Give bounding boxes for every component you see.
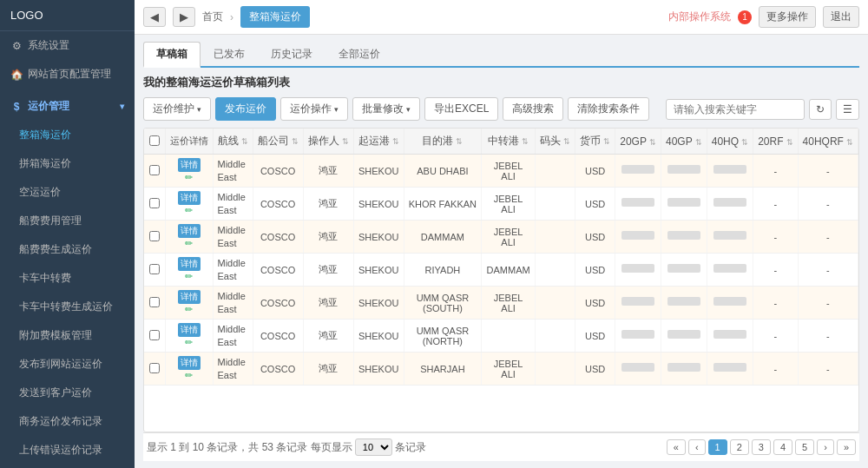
edit-icon[interactable]: ✏	[170, 304, 208, 315]
row-checkbox[interactable]	[144, 353, 165, 386]
sidebar-item-truck-transfer[interactable]: 卡车中转费	[0, 264, 135, 293]
row-select-checkbox[interactable]	[149, 198, 160, 208]
row-destination: UMM QASR (NORTH)	[404, 320, 481, 353]
more-actions-button[interactable]: 更多操作	[759, 6, 816, 28]
detail-tag[interactable]: 详情	[178, 191, 201, 205]
page-3-button[interactable]: 3	[752, 439, 771, 455]
sidebar-item-send-customer[interactable]: 发送到客户运价	[0, 379, 135, 407]
last-page-button[interactable]: »	[837, 439, 856, 455]
page-2-button[interactable]: 2	[730, 439, 749, 455]
row-select-checkbox[interactable]	[149, 363, 160, 373]
sort-icon[interactable]: ⇅	[603, 137, 610, 146]
batch-modify-button[interactable]: 批量修改 ▾	[352, 97, 420, 121]
chevron-down-icon: ▾	[406, 105, 411, 114]
logout-button[interactable]: 退出	[823, 6, 859, 28]
sidebar-item-surcharge-template[interactable]: 附加费模板管理	[0, 321, 135, 350]
edit-icon[interactable]: ✏	[170, 271, 208, 282]
sort-icon[interactable]: ⇅	[292, 137, 299, 146]
freight-maintain-button[interactable]: 运价维护 ▾	[143, 97, 211, 121]
row-checkbox[interactable]	[144, 221, 165, 254]
select-all-checkbox[interactable]	[149, 135, 160, 146]
sidebar-item-truck-transfer-gen[interactable]: 卡车中转费生成运价	[0, 293, 135, 321]
sidebar-item-publish-site[interactable]: 发布到网站运运价	[0, 350, 135, 379]
row-select-checkbox[interactable]	[149, 264, 160, 274]
prev-page-button[interactable]: ‹	[688, 439, 706, 455]
sidebar-item-full-container[interactable]: 整箱海运价	[0, 121, 135, 149]
sidebar-item-freight-mgmt[interactable]: $ 运价管理 ▾	[0, 92, 135, 121]
detail-label[interactable]: 详情	[178, 290, 201, 304]
sidebar-item-lcl[interactable]: 拼箱海运价	[0, 149, 135, 178]
sort-icon[interactable]: ⇅	[786, 138, 793, 147]
edit-icon[interactable]: ✏	[170, 238, 208, 249]
detail-label[interactable]: 详情	[178, 158, 201, 172]
advanced-search-button[interactable]: 高级搜索	[503, 97, 563, 121]
freight-ops-button[interactable]: 运价操作 ▾	[280, 97, 348, 121]
detail-label[interactable]: 详情	[178, 356, 201, 370]
sort-icon[interactable]: ⇅	[522, 137, 529, 146]
sidebar-item-air-freight[interactable]: 空运运价	[0, 178, 135, 207]
tab-draft[interactable]: 草稿箱	[143, 42, 201, 68]
row-checkbox[interactable]	[144, 320, 165, 353]
sidebar-item-upload-error-log[interactable]: 上传错误运价记录	[0, 436, 135, 465]
search-input[interactable]	[666, 99, 805, 120]
clear-filter-button[interactable]: 清除搜索条件	[568, 97, 649, 121]
row-select-checkbox[interactable]	[149, 330, 160, 340]
sidebar-item-biz-publish-log[interactable]: 商务运价发布记录	[0, 407, 135, 436]
edit-icon[interactable]: ✏	[170, 205, 208, 216]
sort-icon[interactable]: ⇅	[741, 138, 748, 147]
sort-icon[interactable]: ⇅	[649, 138, 656, 147]
detail-tag[interactable]: 详情	[178, 224, 201, 238]
tab-all-freight[interactable]: 全部运价	[326, 42, 393, 66]
row-select-checkbox[interactable]	[149, 165, 160, 175]
sort-icon[interactable]: ⇅	[342, 137, 349, 146]
detail-tag[interactable]: 详情	[178, 290, 201, 304]
tab-history[interactable]: 历史记录	[258, 42, 326, 66]
row-checkbox[interactable]	[144, 254, 165, 287]
row-checkbox[interactable]	[144, 188, 165, 221]
sort-icon[interactable]: ⇅	[695, 138, 702, 147]
edit-icon[interactable]: ✏	[170, 172, 208, 183]
sort-icon[interactable]: ⇅	[563, 137, 570, 146]
sidebar-item-system-settings[interactable]: ⚙ 系统设置	[0, 31, 135, 60]
detail-label[interactable]: 详情	[178, 323, 201, 337]
blurred-value	[667, 165, 700, 174]
sidebar-item-ship-fee-gen[interactable]: 船费费生成运价	[0, 235, 135, 264]
sort-icon[interactable]: ⇅	[392, 137, 399, 146]
sort-icon[interactable]: ⇅	[846, 138, 853, 147]
tab-published[interactable]: 已发布	[201, 42, 258, 66]
page-1-button[interactable]: 1	[708, 439, 727, 455]
page-size-select[interactable]: 10 20 50	[355, 438, 392, 456]
breadcrumb-home[interactable]: 首页	[202, 10, 223, 24]
row-checkbox[interactable]	[144, 287, 165, 320]
edit-icon[interactable]: ✏	[170, 337, 208, 348]
sidebar-item-ship-fee-mgmt[interactable]: 船费费用管理	[0, 207, 135, 235]
system-name[interactable]: 内部操作系统	[668, 10, 731, 24]
detail-tag[interactable]: 详情	[178, 323, 201, 337]
detail-label[interactable]: 详情	[178, 257, 201, 271]
detail-label[interactable]: 详情	[178, 191, 201, 205]
export-excel-button[interactable]: 导出EXCEL	[424, 97, 498, 121]
refresh-button[interactable]: ↻	[809, 99, 832, 120]
page-4-button[interactable]: 4	[773, 439, 792, 455]
sort-icon[interactable]: ⇅	[456, 137, 463, 146]
first-page-button[interactable]: «	[667, 439, 686, 455]
notification-badge[interactable]: 1	[738, 10, 752, 24]
page-5-button[interactable]: 5	[795, 439, 814, 455]
sort-icon[interactable]: ⇅	[241, 137, 248, 146]
row-select-checkbox[interactable]	[149, 297, 160, 307]
detail-tag[interactable]: 详情	[178, 356, 201, 370]
nav-forward-button[interactable]: ▶	[173, 7, 195, 27]
detail-tag[interactable]: 详情	[178, 158, 201, 172]
next-page-button[interactable]: ›	[817, 439, 834, 455]
row-transit: JEBEL ALI	[482, 221, 536, 254]
row-checkbox[interactable]	[144, 155, 165, 188]
detail-tag[interactable]: 详情	[178, 257, 201, 271]
breadcrumb-active[interactable]: 整箱海运价	[240, 6, 310, 28]
nav-back-button[interactable]: ◀	[143, 7, 166, 27]
edit-icon[interactable]: ✏	[170, 370, 208, 381]
detail-label[interactable]: 详情	[178, 224, 201, 238]
row-select-checkbox[interactable]	[149, 231, 160, 241]
publish-freight-button[interactable]: 发布运价	[215, 97, 276, 121]
sidebar-item-site-config[interactable]: 🏠 网站首页配置管理	[0, 60, 135, 89]
view-toggle-button[interactable]: ☰	[836, 99, 859, 120]
